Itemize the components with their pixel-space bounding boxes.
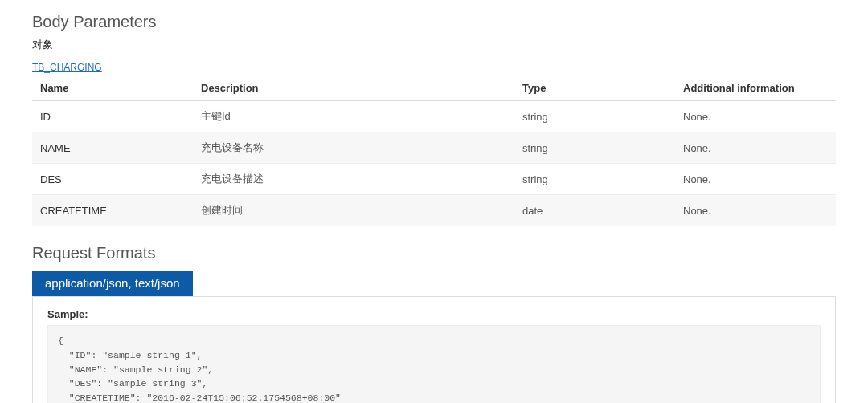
cell-type: string: [514, 101, 675, 132]
cell-name: NAME: [32, 132, 193, 164]
sample-label: Sample:: [47, 308, 821, 320]
cell-name: DES: [32, 164, 193, 195]
table-row: NAME 充电设备名称 string None.: [32, 132, 836, 164]
cell-name: CREATETIME: [32, 195, 193, 226]
model-link-tb-charging[interactable]: TB_CHARGING: [32, 62, 102, 73]
table-row: DES 充电设备描述 string None.: [32, 164, 836, 195]
cell-type: string: [514, 132, 675, 164]
sample-code: { "ID": "sample string 1", "NAME": "samp…: [47, 325, 821, 403]
cell-description: 主键Id: [193, 101, 514, 132]
cell-description: 充电设备描述: [193, 164, 514, 195]
cell-additional: None.: [675, 101, 836, 132]
sample-box: Sample: { "ID": "sample string 1", "NAME…: [32, 296, 836, 403]
cell-type: date: [514, 195, 675, 226]
cell-additional: None.: [675, 195, 836, 226]
cell-additional: None.: [675, 164, 836, 195]
format-tabs: application/json, text/json: [32, 271, 836, 296]
col-header-type: Type: [514, 75, 675, 101]
cell-type: string: [514, 164, 675, 195]
body-parameters-subtitle: 对象: [32, 38, 836, 52]
table-row: ID 主键Id string None.: [32, 101, 836, 132]
request-formats-title: Request Formats: [32, 244, 836, 263]
cell-description: 创建时间: [193, 195, 514, 226]
table-header-row: Name Description Type Additional informa…: [32, 75, 836, 101]
cell-description: 充电设备名称: [193, 132, 514, 164]
body-parameters-title: Body Parameters: [32, 13, 836, 31]
col-header-additional: Additional information: [675, 75, 836, 101]
cell-additional: None.: [675, 132, 836, 164]
parameters-table: Name Description Type Additional informa…: [32, 75, 836, 226]
col-header-name: Name: [32, 75, 193, 101]
table-row: CREATETIME 创建时间 date None.: [32, 195, 836, 226]
tab-json[interactable]: application/json, text/json: [32, 271, 193, 296]
col-header-description: Description: [193, 75, 514, 101]
cell-name: ID: [32, 101, 193, 132]
